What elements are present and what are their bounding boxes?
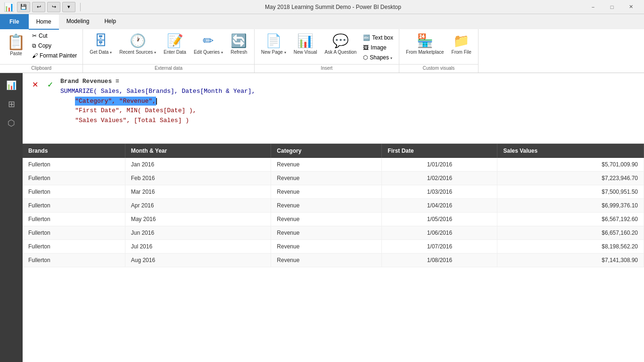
- cell-3-0: Fullerton: [23, 199, 125, 213]
- formula-line-title: Brand Revenues =: [60, 77, 638, 87]
- external-data-group-label: External data: [83, 64, 254, 73]
- image-button[interactable]: 🖼 Image: [361, 43, 395, 52]
- cell-7-1: Aug 2016: [125, 254, 271, 267]
- cell-7-0: Fullerton: [23, 254, 125, 267]
- sidebar-model-icon[interactable]: ⬡: [3, 115, 20, 132]
- new-page-label: New Page ▾: [261, 49, 286, 55]
- cell-5-0: Fullerton: [23, 226, 125, 240]
- from-file-button[interactable]: 📁 From File: [449, 31, 474, 57]
- cell-1-0: Fullerton: [23, 172, 125, 185]
- data-table: Brands Month & Year Category First Date …: [23, 144, 644, 267]
- left-sidebar: 📊 ⊞ ⬡: [0, 73, 23, 362]
- tab-modeling[interactable]: Modeling: [59, 14, 97, 29]
- sidebar-data-icon[interactable]: ⊞: [3, 96, 20, 113]
- cut-label: Cut: [39, 33, 48, 39]
- cell-6-4: $8,198,562.20: [497, 240, 644, 254]
- new-page-button[interactable]: 📄 New Page ▾: [258, 31, 289, 57]
- from-marketplace-icon: 🏪: [417, 33, 433, 49]
- ask-question-icon: 💬: [332, 33, 349, 49]
- edit-queries-button[interactable]: ✏ Edit Queries ▾: [191, 31, 226, 57]
- recent-sources-icon: 🕐: [130, 33, 146, 49]
- new-visual-label: New Visual: [294, 49, 317, 55]
- tab-file[interactable]: File: [0, 14, 29, 29]
- cell-0-3: 1/01/2016: [382, 158, 497, 172]
- cell-3-4: $6,999,376.10: [497, 199, 644, 213]
- cell-1-2: Revenue: [271, 172, 382, 185]
- cell-2-0: Fullerton: [23, 185, 125, 199]
- redo-button[interactable]: ↪: [47, 2, 60, 12]
- formula-editor[interactable]: Brand Revenues = SUMMARIZE( Sales, Sales…: [60, 77, 638, 126]
- tab-help[interactable]: Help: [97, 14, 124, 29]
- image-label: Image: [371, 44, 386, 51]
- formula-line-2: "Category", "Revenue",: [60, 97, 638, 107]
- from-file-label: From File: [452, 49, 471, 55]
- get-data-icon: 🗄: [94, 33, 107, 49]
- cut-icon: ✂: [32, 33, 37, 39]
- text-box-button[interactable]: 🔤 Text box: [361, 33, 395, 42]
- tab-home[interactable]: Home: [29, 15, 59, 30]
- cell-7-3: 1/08/2016: [382, 254, 497, 267]
- from-marketplace-label: From Marketplace: [406, 49, 444, 55]
- window-title: May 2018 Learning Summit Demo - Power BI…: [85, 4, 581, 10]
- cell-0-1: Jan 2016: [125, 158, 271, 172]
- save-button[interactable]: 💾: [17, 2, 30, 12]
- format-painter-button[interactable]: 🖌 Format Painter: [30, 51, 79, 60]
- formula-line-1: SUMMARIZE( Sales, Sales[Brands], Dates[M…: [60, 87, 638, 97]
- cell-1-3: 1/02/2016: [382, 172, 497, 185]
- undo-button[interactable]: ↩: [32, 2, 45, 12]
- main-content: ✕ ✓ Brand Revenues = SUMMARIZE( Sales, S…: [23, 73, 644, 362]
- text-box-icon: 🔤: [363, 34, 370, 41]
- data-table-container: Brands Month & Year Category First Date …: [23, 144, 644, 362]
- refresh-button[interactable]: 🔄 Refresh: [228, 31, 250, 57]
- table-row: FullertonAug 2016Revenue1/08/2016$7,141,…: [23, 254, 644, 267]
- ribbon-tabs: File Home Modeling Help: [0, 14, 644, 29]
- cell-5-4: $6,657,160.20: [497, 226, 644, 240]
- table-body: FullertonJan 2016Revenue1/01/2016$5,701,…: [23, 158, 644, 267]
- sidebar-report-icon[interactable]: 📊: [3, 77, 20, 94]
- cell-1-4: $7,223,946.70: [497, 172, 644, 185]
- copy-button[interactable]: ⧉ Copy: [30, 41, 79, 50]
- cell-2-2: Revenue: [271, 185, 382, 199]
- maximize-button[interactable]: □: [603, 0, 621, 14]
- formula-confirm-button[interactable]: ✓: [43, 78, 57, 91]
- col-header-category: Category: [271, 144, 382, 158]
- new-visual-icon: 📊: [297, 33, 314, 49]
- formula-line-3: "First Date", MIN( Dates[Date] ),: [60, 106, 638, 116]
- cell-2-4: $7,500,951.50: [497, 185, 644, 199]
- enter-data-button[interactable]: 📝 Enter Data: [161, 31, 189, 57]
- refresh-icon: 🔄: [231, 33, 247, 49]
- insert-group: 📄 New Page ▾ 📊 New Visual 💬 Ask A Questi…: [255, 29, 399, 73]
- close-button[interactable]: ✕: [621, 0, 640, 14]
- external-data-group: 🗄 Get Data ▾ 🕐 Recent Sources ▾ 📝 Enter …: [83, 29, 254, 73]
- title-controls: 💾 ↩ ↪ ▾: [17, 2, 75, 12]
- recent-sources-button[interactable]: 🕐 Recent Sources ▾: [116, 31, 159, 57]
- paste-icon: 📋: [7, 33, 25, 51]
- col-header-first-date: First Date: [382, 144, 497, 158]
- table-row: FullertonFeb 2016Revenue1/02/2016$7,223,…: [23, 172, 644, 185]
- table-row: FullertonJul 2016Revenue1/07/2016$8,198,…: [23, 240, 644, 254]
- from-marketplace-button[interactable]: 🏪 From Marketplace: [403, 31, 447, 57]
- from-file-icon: 📁: [453, 33, 470, 49]
- cut-button[interactable]: ✂ Cut: [30, 31, 79, 41]
- cell-2-3: 1/03/2016: [382, 185, 497, 199]
- col-header-sales-values: Sales Values: [497, 144, 644, 158]
- paste-button[interactable]: 📋 Paste: [4, 31, 28, 58]
- insert-group-label: Insert: [255, 64, 399, 73]
- cell-5-3: 1/06/2016: [382, 226, 497, 240]
- custom-visuals-group-label: Custom visuals: [399, 64, 478, 73]
- col-header-brands: Brands: [23, 144, 125, 158]
- window-controls: − □ ✕: [584, 0, 640, 14]
- customize-button[interactable]: ▾: [62, 2, 75, 12]
- cell-3-2: Revenue: [271, 199, 382, 213]
- image-icon: 🖼: [363, 44, 369, 51]
- formula-bar: ✕ ✓ Brand Revenues = SUMMARIZE( Sales, S…: [23, 73, 644, 144]
- formula-cancel-button[interactable]: ✕: [28, 78, 41, 91]
- table-row: FullertonApr 2016Revenue1/04/2016$6,999,…: [23, 199, 644, 213]
- cell-6-3: 1/07/2016: [382, 240, 497, 254]
- minimize-button[interactable]: −: [584, 0, 603, 14]
- new-visual-button[interactable]: 📊 New Visual: [291, 31, 320, 57]
- ask-question-button[interactable]: 💬 Ask A Question: [322, 31, 360, 57]
- get-data-button[interactable]: 🗄 Get Data ▾: [87, 31, 115, 57]
- cursor: [156, 98, 157, 105]
- shapes-button[interactable]: ⬡ Shapes ▾: [361, 53, 395, 62]
